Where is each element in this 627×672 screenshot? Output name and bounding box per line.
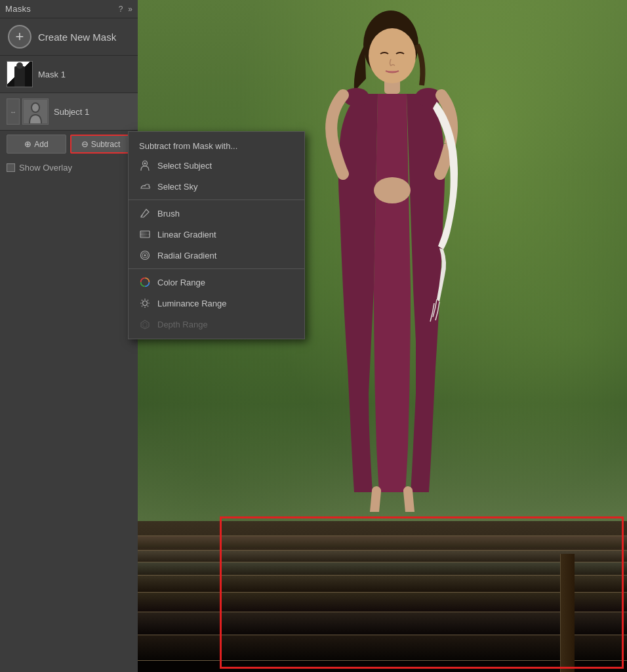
show-overlay-checkbox[interactable] (7, 163, 15, 172)
svg-rect-16 (141, 232, 149, 237)
linear-gradient-item[interactable]: Linear Gradient (129, 224, 304, 245)
show-overlay-label: Show Overlay (19, 163, 72, 173)
luminance-range-label: Luminance Range (157, 299, 227, 308)
select-subject-item[interactable]: Select Subject (129, 155, 304, 176)
subtract-label: Subtract (91, 140, 121, 149)
plus-circle-icon: + (8, 25, 31, 49)
add-subtract-row: ⊕ Add ⊖ Subtract (0, 131, 138, 158)
depth-range-icon (139, 318, 151, 330)
create-new-mask-button[interactable]: + Create New Mask (0, 18, 138, 56)
depth-range-label: Depth Range (157, 320, 208, 329)
depth-range-item: Depth Range (129, 314, 304, 335)
linear-gradient-label: Linear Gradient (157, 230, 216, 240)
luminance-range-icon (139, 297, 151, 309)
svg-line-28 (148, 300, 148, 301)
radial-gradient-icon (139, 249, 151, 261)
svg-point-12 (144, 163, 146, 165)
subject-1-item[interactable]: ↔ Subject 1 (0, 93, 138, 131)
select-subject-label: Select Subject (157, 161, 212, 171)
mask-1-item[interactable]: Mask 1 (0, 56, 138, 93)
color-range-item[interactable]: Color Range (129, 272, 304, 293)
mask-1-thumbnail (7, 61, 33, 87)
subject-1-label: Subject 1 (54, 107, 89, 117)
add-button[interactable]: ⊕ Add (7, 135, 66, 154)
svg-point-13 (144, 185, 146, 186)
svg-line-27 (148, 306, 148, 306)
dropdown-header: Subtract from Mask with... (129, 136, 304, 155)
panel-title: Masks (5, 4, 31, 14)
panel-header: Masks ? » (0, 0, 138, 18)
subtract-button[interactable]: ⊖ Subtract (70, 135, 131, 154)
color-range-label: Color Range (157, 278, 205, 287)
show-overlay-row: Show Overlay (0, 158, 138, 178)
dock-area (138, 521, 627, 672)
separator-2 (129, 268, 304, 269)
subtract-icon: ⊖ (81, 139, 89, 149)
mask-1-label: Mask 1 (38, 70, 66, 79)
linear-gradient-icon (139, 228, 151, 240)
separator-1 (129, 200, 304, 200)
help-icon[interactable]: ? (119, 5, 123, 14)
radial-gradient-label: Radial Gradient (157, 251, 216, 261)
svg-point-19 (144, 255, 146, 257)
brush-item[interactable]: Brush (129, 203, 304, 224)
color-range-icon (139, 276, 151, 288)
panel-header-icons: ? » (119, 5, 132, 14)
select-subject-icon (139, 159, 151, 171)
subtract-dropdown-menu: Subtract from Mask with... Select Subjec… (128, 131, 305, 339)
svg-point-2 (369, 28, 416, 83)
add-icon: ⊕ (24, 139, 31, 149)
select-sky-label: Select Sky (157, 182, 197, 192)
select-sky-icon (139, 180, 151, 192)
add-label: Add (34, 140, 48, 149)
brush-icon (139, 207, 151, 219)
woman-figure (294, 0, 491, 492)
brush-label: Brush (157, 209, 180, 219)
more-icon[interactable]: » (128, 5, 132, 14)
create-mask-label: Create New Mask (38, 32, 116, 43)
luminance-range-item[interactable]: Luminance Range (129, 293, 304, 314)
svg-point-21 (143, 301, 148, 306)
subject-1-thumbnail (22, 98, 49, 125)
left-panel: Masks ? » + Create New Mask Mask 1 ↔ (0, 0, 138, 672)
svg-line-29 (142, 306, 142, 306)
select-sky-item[interactable]: Select Sky (129, 176, 304, 197)
svg-line-26 (142, 300, 142, 301)
svg-point-5 (374, 177, 411, 203)
svg-marker-31 (143, 322, 147, 327)
radial-gradient-item[interactable]: Radial Gradient (129, 245, 304, 266)
svg-point-10 (32, 104, 39, 112)
